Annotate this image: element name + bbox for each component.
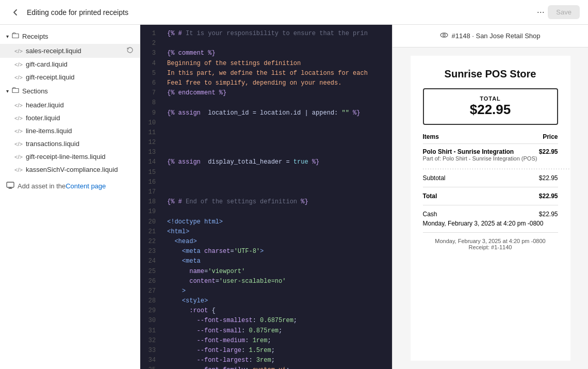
sidebar-item-transactions[interactable]: </> transactions.liquid (0, 137, 140, 150)
receipt-item: Polo Shirt - Sunrise Integration $22.95 … (423, 148, 558, 162)
total-amount: $22.95 (430, 102, 551, 118)
sidebar-item-footer[interactable]: </> footer.liquid (0, 111, 140, 124)
footer-line1: Monday, February 3, 2025 at 4:20 pm -080… (423, 238, 558, 244)
code-line-16 (161, 178, 392, 187)
total-value: $22.95 (539, 192, 558, 200)
code-icon: </> (14, 115, 23, 121)
code-icon: </> (14, 128, 23, 134)
code-editor[interactable]: 12345 678910 1112131415 1617181920 21222… (140, 25, 392, 369)
item-row: Polo Shirt - Sunrise Integration $22.95 (423, 148, 558, 155)
code-line-33: --font-large: 1.5rem; (161, 346, 392, 356)
code-line-31: --font-small: 0.875rem; (161, 326, 392, 336)
price-header: Price (543, 133, 558, 140)
sidebar-item-label: kassenSichV-compliance.liquid (26, 166, 118, 173)
editor-content[interactable]: 12345 678910 1112131415 1617181920 21222… (140, 25, 392, 369)
cash-value: $22.95 (539, 211, 558, 218)
sidebar-group-receipts-header[interactable]: ▾ Receipts (0, 29, 140, 44)
sidebar-item-sales-receipt[interactable]: </> sales-receipt.liquid (0, 44, 140, 58)
add-asset-row: Add asset in the Content page (0, 176, 140, 196)
sidebar-item-gift-receipt-line-items[interactable]: </> gift-receipt-line-items.liquid (0, 150, 140, 163)
code-icon: </> (14, 154, 23, 160)
code-line-28: <style> (161, 296, 392, 306)
code-line-26: content='user-scalable=no' (161, 277, 392, 286)
code-icon: </> (14, 167, 23, 173)
code-icon: </> (14, 141, 23, 147)
code-icon: </> (14, 74, 23, 81)
chevron-down-icon: ▾ (6, 88, 9, 94)
code-line-20: <!doctype html> (161, 217, 392, 227)
chevron-down-icon: ▾ (6, 34, 9, 39)
more-button[interactable]: ··· (533, 5, 548, 20)
total-label: TOTAL (430, 95, 551, 102)
code-line-14: {% assign display_total_header = true %} (161, 157, 392, 167)
code-line-25: name='viewport' (161, 267, 392, 277)
preview-body: Sunrise POS Store TOTAL $22.95 Items Pri… (393, 47, 588, 369)
sidebar-group-sections: ▾ Sections </> header.liquid </> footer.… (0, 84, 140, 176)
code-line-2 (161, 39, 392, 49)
subtotal-value: $22.95 (539, 174, 558, 182)
code-line-27: > (161, 286, 392, 296)
cash-date-line: Monday, February 3, 2025 at 4:20 pm -080… (423, 219, 558, 228)
divider2 (423, 205, 558, 205)
content-page-link[interactable]: Content page (66, 182, 106, 190)
sidebar-item-label: line-items.liquid (26, 127, 72, 135)
cash-label: Cash (423, 211, 437, 218)
code-line-30: --font-smallest: 0.6875rem; (161, 316, 392, 326)
code-content: {% # It is your responsibility to ensure… (161, 25, 392, 369)
code-line-17 (161, 187, 392, 197)
eye-icon (440, 31, 448, 41)
add-asset-text: Add asset in the (18, 182, 66, 190)
code-line-1: {% # It is your responsibility to ensure… (161, 29, 392, 39)
item-price: $22.95 (539, 148, 558, 155)
code-line-13 (161, 148, 392, 157)
cash-date: Monday, February 3, 2025 at 4:20 pm -080… (423, 220, 544, 227)
refresh-icon[interactable] (126, 46, 134, 55)
preview-header: #1148 · San Jose Retail Shop (393, 25, 588, 47)
code-line-8 (161, 98, 392, 108)
store-name: Sunrise POS Store (423, 68, 558, 80)
code-line-29: :root { (161, 306, 392, 316)
code-line-5: In this part, we define the list of loca… (161, 69, 392, 78)
code-line-3: {% comment %} (161, 49, 392, 58)
sidebar-item-gift-receipt[interactable]: </> gift-receipt.liquid (0, 71, 140, 84)
sidebar-item-label: footer.liquid (26, 114, 60, 122)
sidebar: ▾ Receipts </> sales-receipt.liquid </> … (0, 25, 140, 369)
sidebar-item-label: gift-card.liquid (26, 60, 68, 68)
preview-panel: #1148 · San Jose Retail Shop Sunrise POS… (392, 25, 588, 369)
total-line: Total $22.95 (423, 191, 558, 201)
folder-icon (12, 32, 19, 41)
sections-group-label: Sections (22, 87, 48, 95)
sidebar-item-gift-card[interactable]: </> gift-card.liquid (0, 58, 140, 71)
sidebar-item-kassensichv[interactable]: </> kassenSichV-compliance.liquid (0, 163, 140, 176)
sidebar-item-line-items[interactable]: </> line-items.liquid (0, 124, 140, 137)
code-line-11 (161, 128, 392, 138)
svg-point-2 (443, 34, 445, 36)
cash-line: Cash $22.95 (423, 210, 558, 219)
sidebar-item-label: transactions.liquid (26, 140, 79, 148)
code-line-32: --font-medium: 1rem; (161, 336, 392, 346)
items-header: Items (423, 133, 439, 140)
code-line-24: <meta (161, 256, 392, 266)
back-button[interactable] (8, 5, 23, 20)
code-line-35: --font-family: system-ui; (161, 365, 392, 369)
monitor-icon (6, 181, 14, 191)
code-line-10 (161, 118, 392, 128)
folder-icon (12, 87, 19, 95)
code-line-21: <html> (161, 227, 392, 237)
sidebar-group-sections-header[interactable]: ▾ Sections (0, 84, 140, 99)
total-label2: Total (423, 192, 437, 200)
receipts-group-label: Receipts (22, 33, 48, 40)
preview-label: #1148 · San Jose Retail Shop (451, 32, 540, 40)
save-button[interactable]: Save (548, 5, 580, 19)
item-name: Polo Shirt - Sunrise Integration (423, 148, 514, 155)
code-icon: </> (14, 102, 23, 108)
code-line-6: Feel free to simplify, depending on your… (161, 78, 392, 88)
code-line-7: {% endcomment %} (161, 88, 392, 98)
sidebar-item-header[interactable]: </> header.liquid (0, 99, 140, 111)
svg-rect-0 (7, 182, 14, 187)
code-line-15 (161, 168, 392, 178)
sidebar-item-label: sales-receipt.liquid (26, 47, 81, 55)
subtotal-label: Subtotal (423, 174, 446, 182)
code-line-19 (161, 207, 392, 217)
footer-line2: Receipt: #1-1140 (423, 244, 558, 250)
